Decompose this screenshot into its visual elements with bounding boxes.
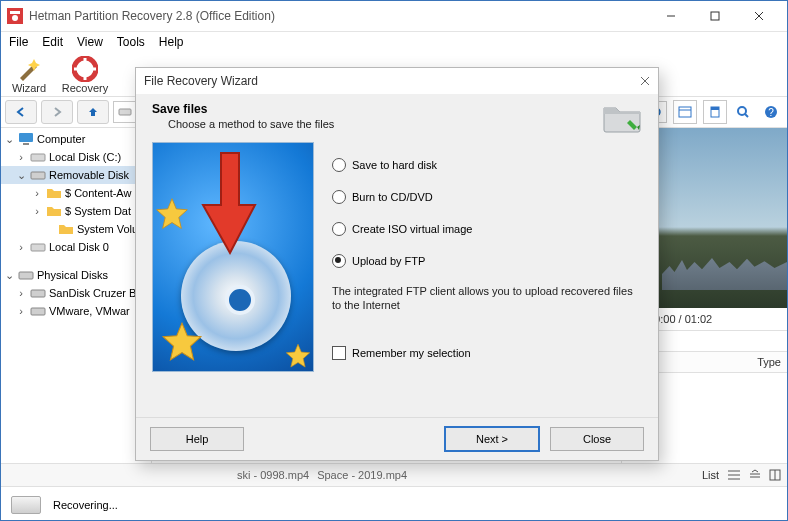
- tree-system-volume[interactable]: System Volum: [1, 220, 151, 238]
- menu-bar: File Edit View Tools Help: [1, 32, 787, 52]
- view1-button[interactable]: [673, 100, 697, 124]
- tree-local-0[interactable]: ›Local Disk 0: [1, 238, 151, 256]
- footer-frag2: Space - 2019.mp4: [317, 469, 407, 481]
- dialog-subheading: Choose a method to save the files: [168, 118, 602, 130]
- tree-computer[interactable]: ⌄Computer: [1, 130, 151, 148]
- drive-icon: [118, 106, 132, 118]
- svg-point-1: [12, 15, 18, 21]
- app-title: Hetman Partition Recovery 2.8 (Office Ed…: [29, 9, 649, 23]
- menu-file[interactable]: File: [9, 35, 28, 49]
- close-button[interactable]: [737, 2, 781, 30]
- wizard-illustration: [152, 142, 314, 372]
- drive-icon: [30, 286, 46, 300]
- option-burn-cd[interactable]: Burn to CD/DVD: [332, 188, 642, 206]
- svg-text:?: ?: [768, 107, 774, 118]
- dialog-title: File Recovery Wizard: [144, 74, 258, 88]
- option-hard-disk[interactable]: Save to hard disk: [332, 156, 642, 174]
- dialog-button-bar: Help Next > Close: [136, 417, 658, 460]
- menu-view[interactable]: View: [77, 35, 103, 49]
- dialog-close-button[interactable]: Close: [550, 427, 644, 451]
- recovery-button[interactable]: Recovery: [61, 56, 109, 94]
- tree-system-data[interactable]: ›$ System Dat: [1, 202, 151, 220]
- tree-local-c[interactable]: ›Local Disk (C:): [1, 148, 151, 166]
- file-recovery-wizard-dialog: File Recovery Wizard Save files Choose a…: [135, 67, 659, 461]
- svg-rect-2: [711, 12, 719, 20]
- menu-edit[interactable]: Edit: [42, 35, 63, 49]
- view2-button[interactable]: [703, 100, 727, 124]
- nav-up-button[interactable]: [77, 100, 109, 124]
- computer-icon: [18, 132, 34, 146]
- app-icon: [7, 8, 23, 24]
- drive-icon: [18, 268, 34, 282]
- footer-frag1: ski - 0998.mp4: [237, 469, 309, 481]
- nav-forward-button[interactable]: [41, 100, 73, 124]
- col-type[interactable]: Type: [757, 356, 781, 368]
- help-toolbar-icon[interactable]: ?: [759, 100, 783, 124]
- tree-physical-disks[interactable]: ⌄Physical Disks: [1, 266, 151, 284]
- next-button[interactable]: Next >: [444, 426, 540, 452]
- dialog-title-bar: File Recovery Wizard: [136, 68, 658, 94]
- list-view-icon[interactable]: [727, 469, 741, 481]
- save-options: Save to hard disk Burn to CD/DVD Create …: [332, 142, 642, 372]
- folder-icon: [46, 204, 62, 218]
- option-upload-ftp[interactable]: Upload by FTP: [332, 252, 642, 270]
- menu-tools[interactable]: Tools: [117, 35, 145, 49]
- svg-rect-15: [31, 172, 45, 179]
- arrow-down-icon: [199, 149, 261, 259]
- svg-rect-5: [119, 109, 131, 115]
- drive-icon: [30, 304, 46, 318]
- star-icon: [285, 343, 311, 369]
- nav-back-button[interactable]: [5, 100, 37, 124]
- wand-icon: [16, 56, 42, 82]
- footer-bar: ski - 0998.mp4 Space - 2019.mp4 List: [1, 463, 787, 486]
- tree-content-aware[interactable]: ›$ Content-Aw: [1, 184, 151, 202]
- maximize-button[interactable]: [693, 2, 737, 30]
- svg-point-4: [81, 65, 89, 73]
- minimize-button[interactable]: [649, 2, 693, 30]
- drive-icon: [30, 240, 46, 254]
- status-text: Recovering...: [53, 499, 118, 511]
- recovery-label: Recovery: [62, 82, 108, 94]
- dialog-heading: Save files: [152, 102, 602, 116]
- svg-rect-18: [31, 290, 45, 297]
- remember-checkbox[interactable]: Remember my selection: [332, 346, 642, 360]
- wizard-button[interactable]: Wizard: [5, 56, 53, 94]
- status-bar: Recovering...: [1, 486, 787, 521]
- tree-sandisk[interactable]: ›SanDisk Cruzer B: [1, 284, 151, 302]
- star-icon: [155, 197, 189, 231]
- wizard-label: Wizard: [12, 82, 46, 94]
- search-toolbar-icon[interactable]: [731, 100, 755, 124]
- drive-icon: [30, 150, 46, 164]
- svg-rect-6: [679, 107, 691, 117]
- menu-help[interactable]: Help: [159, 35, 184, 49]
- folder-icon: [46, 186, 62, 200]
- svg-rect-19: [31, 308, 45, 315]
- view-split-icon[interactable]: [769, 469, 781, 481]
- option-create-iso[interactable]: Create ISO virtual image: [332, 220, 642, 238]
- svg-rect-13: [23, 143, 29, 145]
- lifebuoy-icon: [72, 56, 98, 82]
- tree-vmware[interactable]: ›VMware, VMwar: [1, 302, 151, 320]
- help-button[interactable]: Help: [150, 427, 244, 451]
- folder-save-icon: [602, 100, 642, 134]
- title-bar: Hetman Partition Recovery 2.8 (Office Ed…: [1, 1, 787, 32]
- list-view-label[interactable]: List: [702, 469, 719, 481]
- star-icon: [161, 321, 203, 363]
- dialog-close-icon[interactable]: [640, 76, 650, 86]
- folder-icon: [58, 222, 74, 236]
- tree-removable-disk[interactable]: ⌄Removable Disk: [1, 166, 151, 184]
- svg-rect-12: [19, 133, 33, 142]
- nav-tree: ⌄Computer ›Local Disk (C:) ⌄Removable Di…: [1, 128, 152, 463]
- svg-rect-17: [19, 272, 33, 279]
- svg-point-9: [738, 107, 746, 115]
- svg-rect-8: [711, 107, 719, 110]
- option-description: The integrated FTP client allows you to …: [332, 284, 642, 312]
- app-window: Hetman Partition Recovery 2.8 (Office Ed…: [0, 0, 788, 521]
- svg-rect-14: [31, 154, 45, 161]
- disk-icon: [11, 496, 41, 514]
- svg-rect-16: [31, 244, 45, 251]
- drive-icon: [30, 168, 46, 182]
- view-options-icon[interactable]: [749, 469, 761, 481]
